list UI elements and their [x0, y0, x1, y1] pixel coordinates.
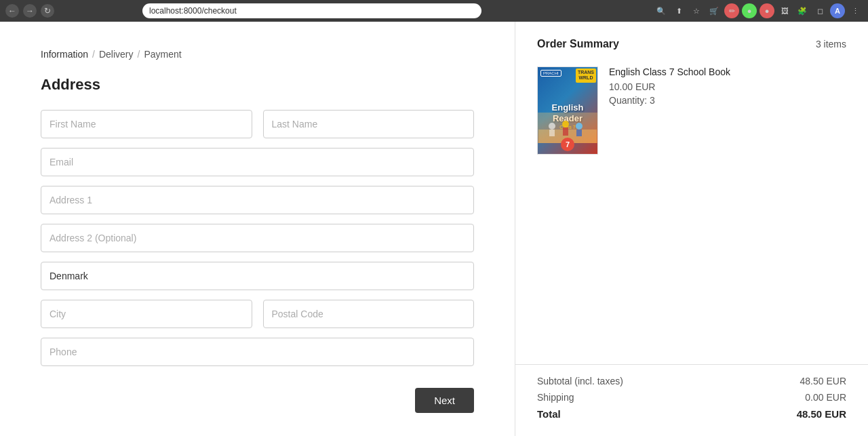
total-label: Total: [537, 408, 561, 420]
browser-icons: 🔍 ⬆ ☆ 🛒 ✏ ● ● 🖼 🧩 ◻ A ⋮: [654, 3, 863, 18]
breadcrumb: Information / Delivery / Payment: [41, 49, 474, 60]
country-input[interactable]: [41, 262, 474, 290]
breadcrumb-sep-2: /: [138, 49, 140, 60]
ext-icon-5[interactable]: 🧩: [795, 3, 810, 18]
country-field: [41, 262, 474, 290]
forward-button[interactable]: →: [23, 4, 37, 18]
email-row: [41, 148, 474, 176]
menu-icon[interactable]: ⋮: [848, 3, 863, 18]
order-panel: Order Summary 3 items PRACHI TRANSWRLD E…: [515, 22, 868, 436]
address2-field: [41, 224, 474, 252]
checkout-panel: Information / Delivery / Payment Address: [0, 22, 515, 436]
svg-rect-6: [576, 130, 582, 136]
url-text: localhost:8000/checkout: [149, 6, 237, 16]
country-row: [41, 262, 474, 290]
breadcrumb-payment[interactable]: Payment: [144, 49, 181, 60]
first-name-field: [41, 110, 252, 138]
subtotal-row: Subtotal (incl. taxes) 48.50 EUR: [537, 376, 846, 387]
book-cover: PRACHI TRANSWRLD EnglishReader Class 7: [538, 67, 597, 154]
svg-point-3: [562, 121, 569, 127]
profile-avatar[interactable]: A: [830, 3, 845, 18]
last-name-input[interactable]: [263, 110, 475, 138]
address1-input[interactable]: [41, 186, 474, 214]
browser-chrome: ← → ↻ localhost:8000/checkout 🔍 ⬆ ☆ 🛒 ✏ …: [0, 0, 868, 22]
postal-input[interactable]: [263, 300, 475, 328]
address1-field: [41, 186, 474, 214]
city-postal-row: [41, 300, 474, 328]
address-title: Address: [41, 76, 474, 94]
breadcrumb-delivery[interactable]: Delivery: [99, 49, 134, 60]
name-row: [41, 110, 474, 138]
product-name: English Class 7 School Book: [609, 66, 846, 77]
svg-rect-4: [563, 127, 568, 136]
product-image: PRACHI TRANSWRLD EnglishReader Class 7: [537, 66, 598, 155]
product-row: PRACHI TRANSWRLD EnglishReader Class 7: [537, 66, 846, 155]
order-summary-content: Order Summary 3 items PRACHI TRANSWRLD E…: [515, 22, 868, 364]
subtotal-label: Subtotal (incl. taxes): [537, 376, 623, 387]
total-value: 48.50 EUR: [797, 408, 846, 420]
publisher-label: PRACHI: [540, 70, 561, 77]
bookmark-icon[interactable]: ☆: [689, 3, 704, 18]
phone-row: [41, 338, 474, 366]
ext-icon-2[interactable]: ●: [742, 3, 757, 18]
order-header: Order Summary 3 items: [537, 38, 846, 50]
address2-row: [41, 224, 474, 252]
cart-icon[interactable]: 🛒: [707, 3, 722, 18]
address1-row: [41, 186, 474, 214]
city-field: [41, 300, 252, 328]
product-quantity: Quantity: 3: [609, 95, 846, 106]
ext-icon-4[interactable]: 🖼: [777, 3, 792, 18]
last-name-field: [263, 110, 475, 138]
search-icon[interactable]: 🔍: [654, 3, 669, 18]
product-price: 10.00 EUR: [609, 81, 846, 92]
postal-field: [263, 300, 475, 328]
svg-rect-2: [549, 130, 555, 136]
ext-icon-6[interactable]: ◻: [812, 3, 827, 18]
shipping-value: 0.00 EUR: [805, 392, 846, 403]
reload-button[interactable]: ↻: [41, 4, 54, 18]
product-info: English Class 7 School Book 10.00 EUR Qu…: [609, 66, 846, 155]
breadcrumb-sep-1: /: [92, 49, 95, 60]
phone-field: [41, 338, 474, 366]
email-input[interactable]: [41, 148, 474, 176]
svg-point-5: [576, 123, 583, 130]
grand-total-row: Total 48.50 EUR: [537, 408, 846, 420]
main-layout: Information / Delivery / Payment Address: [0, 22, 868, 436]
shipping-row: Shipping 0.00 EUR: [537, 392, 846, 403]
address-bar[interactable]: localhost:8000/checkout: [142, 3, 481, 18]
book-number: 7: [561, 138, 574, 151]
city-input[interactable]: [41, 300, 252, 328]
shipping-label: Shipping: [537, 392, 574, 403]
svg-point-1: [549, 123, 555, 130]
order-item-count: 3 items: [816, 39, 846, 49]
address-form: Next: [41, 110, 474, 413]
breadcrumb-information[interactable]: Information: [41, 49, 88, 60]
ext-icon-1[interactable]: ✏: [724, 3, 739, 18]
email-field: [41, 148, 474, 176]
phone-input[interactable]: [41, 338, 474, 366]
back-button[interactable]: ←: [5, 4, 19, 18]
order-totals: Subtotal (incl. taxes) 48.50 EUR Shippin…: [515, 364, 868, 436]
first-name-input[interactable]: [41, 110, 252, 138]
subtotal-value: 48.50 EUR: [800, 376, 846, 387]
next-button[interactable]: Next: [415, 388, 474, 413]
ext-icon-3[interactable]: ●: [760, 3, 774, 18]
order-summary-title: Order Summary: [537, 38, 619, 50]
share-icon[interactable]: ⬆: [671, 3, 686, 18]
address2-input[interactable]: [41, 224, 474, 252]
book-badge: TRANSWRLD: [576, 68, 596, 83]
